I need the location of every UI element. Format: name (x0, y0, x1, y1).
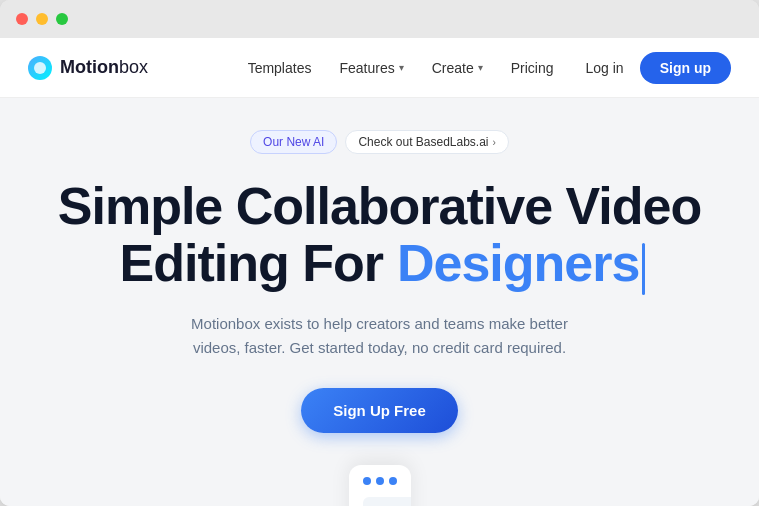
traffic-light-green[interactable] (56, 13, 68, 25)
badge-container: Our New AI Check out BasedLabs.ai › (250, 130, 509, 154)
traffic-light-yellow[interactable] (36, 13, 48, 25)
nav-links: Templates Features ▾ Create ▾ Pricing (248, 60, 554, 76)
preview-dots (349, 465, 411, 497)
browser-titlebar (0, 0, 759, 38)
browser-window: Motionbox Templates Features ▾ Create ▾ … (0, 0, 759, 506)
hero-section: Our New AI Check out BasedLabs.ai › Simp… (0, 98, 759, 506)
nav-actions: Log in Sign up (586, 52, 731, 84)
nav-link-templates[interactable]: Templates (248, 60, 312, 76)
nav-link-create[interactable]: Create ▾ (432, 60, 483, 76)
svg-point-0 (34, 62, 46, 74)
preview-image (363, 497, 411, 506)
cta-button[interactable]: Sign Up Free (301, 388, 458, 433)
preview-dot-2 (376, 477, 384, 485)
features-chevron-icon: ▾ (399, 62, 404, 73)
preview-dot-3 (389, 477, 397, 485)
create-chevron-icon: ▾ (478, 62, 483, 73)
logo-icon (28, 56, 52, 80)
new-ai-badge: Our New AI (250, 130, 337, 154)
navbar: Motionbox Templates Features ▾ Create ▾ … (0, 38, 759, 98)
nav-link-features[interactable]: Features ▾ (339, 60, 403, 76)
badge-arrow-icon: › (493, 137, 496, 148)
login-button[interactable]: Log in (586, 60, 624, 76)
hero-subtext: Motionbox exists to help creators and te… (170, 312, 590, 360)
signup-button[interactable]: Sign up (640, 52, 731, 84)
page-content: Motionbox Templates Features ▾ Create ▾ … (0, 38, 759, 506)
traffic-light-red[interactable] (16, 13, 28, 25)
logo[interactable]: Motionbox (28, 56, 148, 80)
preview-dot-1 (363, 477, 371, 485)
nav-link-pricing[interactable]: Pricing (511, 60, 554, 76)
logo-text: Motionbox (60, 57, 148, 78)
hero-headline-line2: Editing For Designers (58, 235, 701, 292)
hero-headline-accent: Designers (397, 235, 639, 292)
hero-headline: Simple Collaborative Video Editing For D… (58, 178, 701, 292)
preview-area: Michael (349, 465, 411, 506)
basedlabs-badge-link[interactable]: Check out BasedLabs.ai › (345, 130, 508, 154)
